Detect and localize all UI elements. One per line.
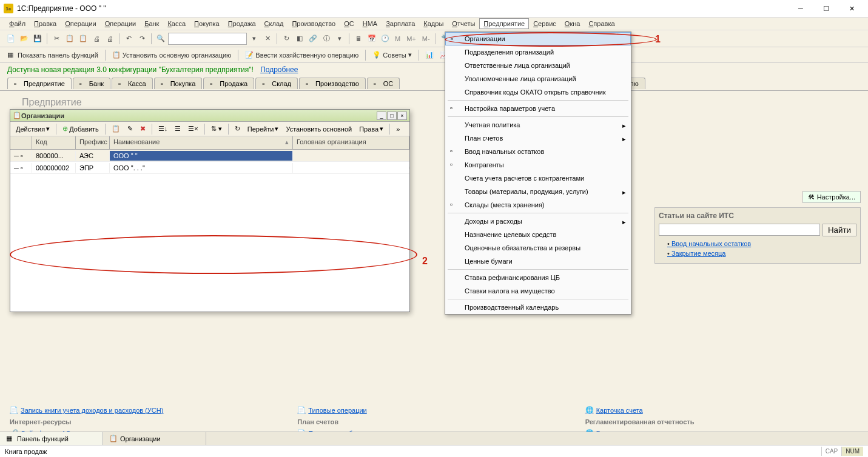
menu-item-12[interactable]: Счета учета расчетов с контрагентами [445,172,631,185]
tab-3[interactable]: ▫Покупка [154,78,203,89]
menu-сервис[interactable]: Сервис [529,18,560,29]
col-headorg[interactable]: Головная организация [293,136,409,149]
menu-item-17[interactable]: Назначение целевых средств [445,228,631,241]
menu-касса[interactable]: Касса [163,18,190,29]
mplus-button[interactable]: M+ [404,34,419,44]
enter-operation-button[interactable]: 📝Ввести хозяйственную операцию [243,50,361,61]
card-account-link[interactable]: 🌐Карточка счета [585,406,858,415]
refresh-button[interactable]: ↻ [232,124,243,134]
find-button[interactable]: Найти [823,224,856,236]
show-functions-button[interactable]: ▦Показать панель функций [5,50,101,61]
menu-item-2[interactable]: Ответственные лица организаций [445,59,631,72]
filter3-button[interactable]: ☰× [185,124,201,134]
clear-search-icon[interactable]: ✕ [261,33,274,45]
menu-item-0[interactable]: ▫Организации [445,32,631,45]
menu-предприятие[interactable]: Предприятие [479,18,529,29]
refresh-icon[interactable]: ↻ [280,33,292,45]
tab-2[interactable]: ▫Касса [112,78,153,89]
info-link[interactable]: Подробнее [260,65,298,74]
nav-icon[interactable]: ◧ [294,33,306,45]
tab-1[interactable]: ▫Банк [73,78,110,89]
menu-item-6[interactable]: ▫Настройка параметров учета [445,102,631,115]
filter1-button[interactable]: ☰↓ [155,124,171,134]
menu-кадры[interactable]: Кадры [419,18,448,29]
search-dropdown-icon[interactable]: ▾ [248,33,260,45]
minimize-button[interactable]: ─ [788,1,813,16]
tab-6[interactable]: ▫Производство [299,78,366,89]
add-button[interactable]: ⊕ Добавить [59,124,102,134]
menu-item-1[interactable]: Подразделения организаций [445,45,631,59]
menu-банк[interactable]: Банк [140,18,163,29]
edit-button[interactable]: ✎ [124,124,136,134]
paste-icon[interactable]: 📋 [77,33,89,45]
calc-icon[interactable]: 🖩 [352,33,365,45]
rights-button[interactable]: Права ▾ [356,124,386,134]
menu-окна[interactable]: Окна [560,18,585,29]
cut-icon[interactable]: ✂ [50,33,62,45]
menu-нма[interactable]: НМА [358,18,382,29]
copy-button[interactable]: 📋 [109,124,123,134]
task-panel-functions[interactable]: ▦Панель функций [0,432,103,445]
print-icon[interactable]: 🖨 [90,33,103,45]
table-row[interactable]: ─ ▫000000002ЭПРООО ". . ." [10,162,409,174]
calendar-icon[interactable]: 📅 [366,33,378,45]
right-search-input[interactable] [659,224,820,236]
set-main-button[interactable]: Установить основной [283,124,355,134]
right-link-1[interactable]: Закрытие месяца [667,250,856,257]
clock-icon[interactable]: 🕐 [379,33,391,45]
menu-ос[interactable]: ОС [340,18,358,29]
settings-button[interactable]: 🛠 Настройка... [802,191,861,203]
menu-item-13[interactable]: Товары (материалы, продукция, услуги)▸ [445,185,631,198]
menu-item-11[interactable]: ▫Контрагенты [445,158,631,172]
menu-операции[interactable]: Операции [61,18,100,29]
tab-0[interactable]: ▫Предприятие [7,78,72,89]
menu-зарплата[interactable]: Зарплата [382,18,419,29]
menu-файл[interactable]: Файл [5,18,30,29]
menu-производство[interactable]: Производство [288,18,340,29]
right-link-0[interactable]: Ввод начальных остатков [667,240,856,247]
table-row[interactable]: ─ ▫800000...АЭСООО " " [10,150,409,162]
help-icon[interactable]: ⓘ [320,33,332,45]
tab-7[interactable]: ▫ОС [367,78,400,89]
dropdown-icon[interactable]: ▾ [334,33,346,45]
menu-продажа[interactable]: Продажа [224,18,260,29]
undo-icon[interactable]: ↶ [123,33,135,45]
menu-покупка[interactable]: Покупка [190,18,224,29]
menu-item-4[interactable]: Справочник коды ОКАТО открыть справочник [445,85,631,99]
menu-правка[interactable]: Правка [30,18,61,29]
filter2-button[interactable]: ☰ [172,124,184,134]
tab-5[interactable]: ▫Склад [255,78,298,89]
save-icon[interactable]: 💾 [32,33,44,45]
export-button[interactable]: ⇅ ▾ [208,124,225,134]
task-organisations[interactable]: 📋Организации [103,432,206,445]
typical-ops-link[interactable]: 📄Типовые операции [297,406,570,415]
menu-операции[interactable]: Операции [101,18,140,29]
more-button[interactable]: » [393,124,403,134]
sub-minimize-button[interactable]: _ [377,112,386,120]
menu-item-21[interactable]: Ставка рефинансирования ЦБ [445,271,631,284]
link-icon[interactable]: 🔗 [307,33,319,45]
close-button[interactable]: ✕ [839,1,864,16]
maximize-button[interactable]: ☐ [813,1,839,16]
menu-отчеты[interactable]: Отчеты [448,18,479,29]
menu-склад[interactable]: Склад [260,18,288,29]
actions-button[interactable]: Действия ▾ [13,124,53,134]
col-prefix[interactable]: Префикс [76,136,110,149]
redo-icon[interactable]: ↷ [136,33,148,45]
menu-item-9[interactable]: План счетов▸ [445,132,631,145]
tab-4[interactable]: ▫Продажа [203,78,254,89]
menu-item-22[interactable]: Ставки налога на имущество [445,284,631,298]
subwindow-titlebar[interactable]: 📋 Организации _ □ × [10,110,409,122]
menu-item-18[interactable]: Оценочные обязательства и резервы [445,241,631,255]
set-main-org-button[interactable]: 📋Установить основную организацию [110,50,234,61]
print-preview-icon[interactable]: 🖨 [104,33,116,45]
menu-item-8[interactable]: Учетная политика▸ [445,118,631,132]
col-icon[interactable] [10,136,32,149]
menu-item-14[interactable]: ▫Склады (места хранения) [445,198,631,212]
menu-item-16[interactable]: Доходы и расходы▸ [445,215,631,228]
tips-button[interactable]: 💡Советы▾ [370,50,414,61]
copy-icon[interactable]: 📋 [64,33,76,45]
sub-close-button[interactable]: × [397,112,407,120]
delete-button[interactable]: ✖ [137,124,149,134]
goto-button[interactable]: Перейти ▾ [244,124,282,134]
